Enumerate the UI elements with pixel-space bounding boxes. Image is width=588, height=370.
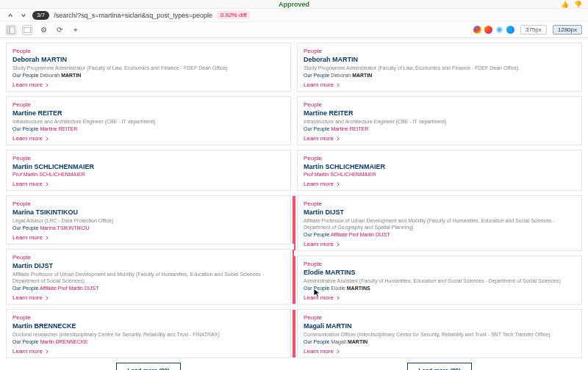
person-card[interactable]: PeopleMartin BRENNECKEDoctoral researche… xyxy=(6,309,291,358)
diff-marker xyxy=(294,196,295,250)
thumbs-down-icon[interactable]: 👎 xyxy=(573,0,582,9)
person-card[interactable]: PeopleDeborah MARTINStudy Programme Admi… xyxy=(6,43,291,92)
person-title: Communication Officer (Interdisciplinary… xyxy=(304,331,576,338)
breadcrumb: Our People Deborah MARTIN xyxy=(12,73,284,78)
chrome-icon[interactable] xyxy=(473,26,481,34)
person-card[interactable]: PeopleMagali MARTINCommunication Officer… xyxy=(297,309,582,358)
comparison-area: PeopleDeborah MARTINStudy Programme Admi… xyxy=(0,38,588,370)
baseline-pane: PeopleDeborah MARTINStudy Programme Admi… xyxy=(6,43,291,370)
thumbs-up-icon[interactable]: 👍 xyxy=(560,0,569,9)
person-card[interactable]: PeopleElodie MARTINSAdministrative Assis… xyxy=(297,255,582,305)
person-title: Affiliate Professor of Urban Development… xyxy=(304,217,576,231)
diff-marker xyxy=(294,256,295,304)
learn-more-link[interactable]: Learn more xyxy=(304,294,340,301)
sidebar-toggle-icon[interactable] xyxy=(6,25,16,35)
person-card[interactable]: PeopleMartine REITERInfrastructure and A… xyxy=(6,96,291,145)
breadcrumb: Our People Martine REITER xyxy=(12,126,284,131)
card-tag: People xyxy=(304,261,576,267)
breadcrumb: Our People Affiliate Prof Martin DIJST xyxy=(304,232,576,237)
person-title: Affiliate Professor of Urban Development… xyxy=(12,271,284,284)
person-name[interactable]: Martin SCHLICHENMAIER xyxy=(304,163,576,170)
breadcrumb: Our People Deborah MARTIN xyxy=(304,73,576,78)
refresh-icon[interactable]: ⟳ xyxy=(54,25,65,35)
person-name[interactable]: Martin DIJST xyxy=(304,208,576,216)
breadcrumb: Our People Affiliate Prof Martin DIJST xyxy=(12,286,284,291)
person-card[interactable]: PeopleMartin DIJSTAffiliate Professor of… xyxy=(297,195,582,251)
breadcrumb: Our People Marina TSIKINTIKOU xyxy=(12,225,284,231)
person-name[interactable]: Martine REITER xyxy=(304,109,576,117)
learn-more-link[interactable]: Learn more xyxy=(304,181,340,187)
status-bar: Approved 👍 👎 xyxy=(0,0,588,9)
card-tag: People xyxy=(12,48,284,54)
next-snapshot-button[interactable] xyxy=(19,11,28,20)
person-name[interactable]: Martine REITER xyxy=(12,109,284,117)
person-name[interactable]: Magali MARTIN xyxy=(304,322,576,330)
person-title: Administrative Assistant (Faculty of Hum… xyxy=(304,278,576,284)
person-name[interactable]: Marina TSIKINTIKOU xyxy=(12,208,284,216)
person-title: Doctoral researcher (Interdisciplinary C… xyxy=(12,331,284,338)
person-name[interactable]: Elodie MARTINS xyxy=(304,269,576,276)
card-tag: People xyxy=(304,155,576,162)
edge-icon[interactable] xyxy=(506,26,514,34)
person-title: Study Programme Administrator (Faculty o… xyxy=(12,65,284,71)
load-more-button[interactable]: Load more (89) xyxy=(116,363,180,370)
breadcrumb: Our People Elodie MARTINS xyxy=(304,286,576,291)
approval-status: Approved xyxy=(279,1,309,8)
breadcrumb: Our People Martine REITER xyxy=(304,126,576,131)
viewport-1280[interactable]: 1280px xyxy=(553,25,582,35)
page-url[interactable]: /search/?sq_s=martina+siclari&sq_post_ty… xyxy=(54,12,212,19)
diff-percentage-badge: 0.82% diff xyxy=(217,11,250,19)
learn-more-link[interactable]: Learn more xyxy=(304,348,340,355)
url-bar: 3/7 /search/?sq_s=martina+siclari&sq_pos… xyxy=(0,9,588,22)
learn-more-link[interactable]: Learn more xyxy=(12,294,49,301)
firefox-icon[interactable] xyxy=(484,26,492,34)
person-card[interactable]: PeopleMartin SCHLICHENMAIERProf Martin S… xyxy=(297,150,582,191)
card-tag: People xyxy=(304,101,576,108)
person-name[interactable]: Martin BRENNECKE xyxy=(12,322,284,330)
card-tag: People xyxy=(304,314,576,321)
card-tag: People xyxy=(12,254,284,261)
breadcrumb: Prof Martin SCHLICHENMAIER xyxy=(304,172,576,177)
diff-marker xyxy=(294,310,295,358)
single-view-icon[interactable] xyxy=(22,25,32,35)
person-card[interactable]: PeopleMartin DIJSTAffiliate Professor of… xyxy=(6,249,291,305)
card-tag: People xyxy=(12,101,284,108)
browser-icons xyxy=(473,26,514,34)
person-title: Legal Advisor (LRC - Data Protection Off… xyxy=(12,217,284,224)
person-card[interactable]: PeopleDeborah MARTINStudy Programme Admi… xyxy=(297,43,582,92)
load-more-button[interactable]: Load more (89) xyxy=(407,363,471,370)
learn-more-link[interactable]: Learn more xyxy=(12,234,49,241)
card-tag: People xyxy=(12,155,284,162)
card-tag: People xyxy=(304,200,576,207)
learn-more-link[interactable]: Learn more xyxy=(304,241,340,247)
current-pane: PeopleDeborah MARTINStudy Programme Admi… xyxy=(297,43,582,370)
learn-more-link[interactable]: Learn more xyxy=(12,348,49,355)
toolbar: ⚙ ⟳ ⌖ 375px 1280px xyxy=(0,22,588,38)
person-title: Infrastructure and Architecture Engineer… xyxy=(304,118,576,125)
card-tag: People xyxy=(12,314,284,321)
person-card[interactable]: PeopleMartin SCHLICHENMAIERProf Martin S… xyxy=(6,150,291,191)
person-name[interactable]: Martin SCHLICHENMAIER xyxy=(12,163,284,170)
learn-more-link[interactable]: Learn more xyxy=(12,181,49,187)
person-title: Study Programme Administrator (Faculty o… xyxy=(304,65,576,71)
settings-icon[interactable]: ⚙ xyxy=(38,25,49,35)
breadcrumb: Our People Magali MARTIN xyxy=(304,339,576,344)
person-title: Infrastructure and Architecture Engineer… xyxy=(12,118,284,125)
viewport-375[interactable]: 375px xyxy=(520,25,547,35)
learn-more-link[interactable]: Learn more xyxy=(304,81,340,88)
card-tag: People xyxy=(12,200,284,207)
safari-icon[interactable] xyxy=(495,26,503,34)
person-card[interactable]: PeopleMarina TSIKINTIKOULegal Advisor (L… xyxy=(6,195,291,244)
person-card[interactable]: PeopleMartine REITERInfrastructure and A… xyxy=(297,96,582,145)
learn-more-link[interactable]: Learn more xyxy=(12,81,49,88)
person-name[interactable]: Deborah MARTIN xyxy=(12,56,284,63)
learn-more-link[interactable]: Learn more xyxy=(12,135,49,142)
svg-rect-2 xyxy=(24,27,31,33)
person-name[interactable]: Martin DIJST xyxy=(12,262,284,269)
selector-icon[interactable]: ⌖ xyxy=(71,25,81,35)
prev-snapshot-button[interactable] xyxy=(6,11,15,20)
svg-rect-0 xyxy=(7,26,15,34)
card-tag: People xyxy=(304,48,576,54)
learn-more-link[interactable]: Learn more xyxy=(304,135,340,142)
person-name[interactable]: Deborah MARTIN xyxy=(304,56,576,63)
